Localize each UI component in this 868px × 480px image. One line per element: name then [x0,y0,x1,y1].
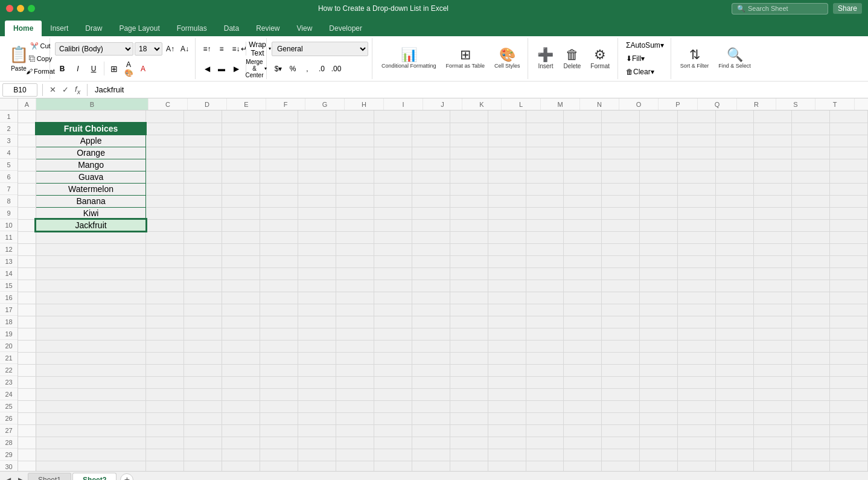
cell-Q6[interactable] [678,171,716,183]
cell-A23[interactable] [18,376,36,388]
cell-F30[interactable] [260,461,298,471]
cell-K29[interactable] [450,449,488,461]
cell-D14[interactable] [184,267,222,280]
cell-G29[interactable] [298,449,336,461]
cell-T3[interactable] [791,135,829,147]
cell-B30[interactable] [36,461,146,471]
cell-Q2[interactable] [678,123,716,135]
cell-L24[interactable] [488,388,526,400]
cell-A1[interactable] [18,110,36,123]
cell-F5[interactable] [260,159,298,171]
cell-H30[interactable] [336,461,374,471]
cell-D12[interactable] [184,243,222,255]
cell-N1[interactable] [564,110,602,123]
cell-I25[interactable] [374,400,412,412]
sheet-tab-sheet1[interactable]: Sheet1 [28,473,71,480]
cell-N12[interactable] [564,243,602,255]
formula-cancel-btn[interactable]: ✕ [48,85,58,94]
row-num-24[interactable]: 24 [0,388,18,400]
cell-R19[interactable] [716,328,754,340]
cell-I28[interactable] [374,437,412,449]
cell-R4[interactable] [716,147,754,159]
cell-K5[interactable] [450,159,488,171]
cell-R18[interactable] [716,316,754,328]
row-num-21[interactable]: 21 [0,352,18,364]
tab-draw[interactable]: Draw [77,21,110,36]
cell-T24[interactable] [791,388,829,400]
cell-O30[interactable] [602,461,640,471]
cell-F4[interactable] [260,147,298,159]
cell-L25[interactable] [488,400,526,412]
cell-N2[interactable] [564,123,602,135]
cell-C1[interactable] [146,110,184,123]
cell-J3[interactable] [412,135,450,147]
cell-Q17[interactable] [678,304,716,316]
cell-N27[interactable] [564,424,602,437]
col-header-k[interactable]: K [462,98,502,110]
copy-button[interactable]: ⿻ Copy [34,53,47,65]
cell-I12[interactable] [374,243,412,255]
cell-D8[interactable] [184,195,222,207]
cell-Q3[interactable] [678,135,716,147]
cell-J15[interactable] [412,280,450,292]
cell-P10[interactable] [640,219,678,231]
cell-O9[interactable] [602,207,640,219]
row-num-6[interactable]: 6 [0,171,18,183]
cell-A2[interactable] [18,123,36,135]
cell-U24[interactable] [829,388,867,400]
cell-K18[interactable] [450,316,488,328]
cell-N4[interactable] [564,147,602,159]
cell-H8[interactable] [336,195,374,207]
cell-K7[interactable] [450,183,488,195]
cell-U18[interactable] [829,316,867,328]
cell-M18[interactable] [526,316,564,328]
cell-E7[interactable] [222,183,260,195]
cell-J8[interactable] [412,195,450,207]
cell-K17[interactable] [450,304,488,316]
cell-Q13[interactable] [678,255,716,267]
cell-Q5[interactable] [678,159,716,171]
cell-T16[interactable] [791,292,829,304]
cell-styles-btn[interactable]: 🎨 Cell Styles [490,41,525,76]
cell-D20[interactable] [184,340,222,352]
cell-L15[interactable] [488,280,526,292]
cell-O25[interactable] [602,400,640,412]
cell-R16[interactable] [716,292,754,304]
cell-U28[interactable] [829,437,867,449]
cell-K10[interactable] [450,219,488,231]
cell-Q19[interactable] [678,328,716,340]
cell-B6[interactable]: Guava [36,171,146,183]
cell-K1[interactable] [450,110,488,123]
cell-M12[interactable] [526,243,564,255]
cell-L23[interactable] [488,376,526,388]
cell-R15[interactable] [716,280,754,292]
conditional-formatting-btn[interactable]: 📊 Conditional Formatting [377,41,441,76]
cell-R10[interactable] [716,219,754,231]
cell-J13[interactable] [412,255,450,267]
cell-T2[interactable] [791,123,829,135]
cell-D16[interactable] [184,292,222,304]
cell-S28[interactable] [754,437,792,449]
cell-R20[interactable] [716,340,754,352]
cell-N25[interactable] [564,400,602,412]
cell-J29[interactable] [412,449,450,461]
cell-F12[interactable] [260,243,298,255]
row-num-17[interactable]: 17 [0,304,18,316]
cell-O6[interactable] [602,171,640,183]
cell-U12[interactable] [829,243,867,255]
cell-C23[interactable] [146,376,184,388]
cell-G14[interactable] [298,267,336,280]
cell-S11[interactable] [754,231,792,243]
cell-H17[interactable] [336,304,374,316]
cell-Q24[interactable] [678,388,716,400]
cell-L3[interactable] [488,135,526,147]
cell-U11[interactable] [829,231,867,243]
cell-G2[interactable] [298,123,336,135]
cell-A15[interactable] [18,280,36,292]
cell-M9[interactable] [526,207,564,219]
cell-U8[interactable] [829,195,867,207]
cell-P13[interactable] [640,255,678,267]
cell-J9[interactable] [412,207,450,219]
row-num-5[interactable]: 5 [0,159,18,171]
cell-J4[interactable] [412,147,450,159]
